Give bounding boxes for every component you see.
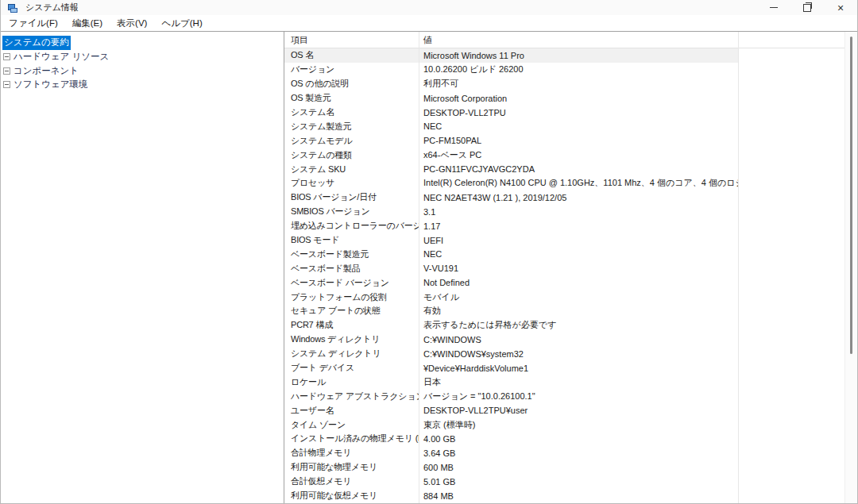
column-divider-item-value: [419, 32, 419, 504]
table-row[interactable]: Windows ディレクトリ C:¥WINDOWS: [284, 333, 738, 347]
row-item-name: ブート デバイス: [284, 362, 419, 374]
row-item-value: PC-GN11FVCJYAVGC2YDA: [419, 164, 738, 174]
row-item-value: 表示するためには昇格が必要です: [419, 319, 738, 331]
expand-collapse-icon[interactable]: [3, 53, 10, 60]
row-item-value: DESKTOP-VLL2TPU¥user: [419, 406, 738, 415]
row-item-value: UEFI: [419, 236, 738, 245]
row-item-name: タイム ゾーン: [284, 419, 419, 431]
row-item-name: システム名: [284, 106, 419, 118]
table-row[interactable]: システムモデル PC-FM150PAL: [284, 133, 738, 148]
column-header-item[interactable]: 項目: [284, 34, 419, 46]
table-row[interactable]: セキュア ブートの状態 有効: [284, 304, 738, 318]
table-row[interactable]: 利用可能な仮想メモリ 884 MB: [284, 489, 738, 503]
column-header-value[interactable]: 値: [419, 34, 432, 46]
table-row[interactable]: OS 製造元 Microsoft Corporation: [284, 91, 738, 106]
row-item-name: ベースボード製品: [284, 263, 419, 275]
table-row[interactable]: ユーザー名 DESKTOP-VLL2TPU¥user: [284, 403, 738, 417]
table-row[interactable]: ベースボード製造元 NEC: [284, 247, 738, 261]
table-row[interactable]: BIOS モード UEFI: [284, 233, 738, 248]
row-item-name: プロセッサ: [284, 177, 419, 189]
row-item-name: セキュア ブートの状態: [284, 305, 419, 317]
tree-item[interactable]: ソフトウェア環境: [1, 78, 284, 92]
table-row[interactable]: タイム ゾーン 東京 (標準時): [284, 417, 738, 432]
table-row[interactable]: 合計仮想メモリ 5.01 GB: [284, 475, 738, 489]
tree-item-label: ソフトウェア環境: [14, 79, 88, 90]
row-item-value: C:¥WINDOWS: [419, 335, 738, 344]
table-row[interactable]: 合計物理メモリ 3.64 GB: [284, 446, 738, 460]
window-title: システム情報: [25, 2, 79, 13]
title-bar: システム情報 ×: [1, 0, 857, 15]
list-header: 項目 値: [284, 32, 857, 48]
expand-collapse-icon[interactable]: [3, 67, 10, 75]
row-item-name: PCR7 構成: [284, 319, 419, 331]
table-row[interactable]: システムの種類 x64-ベース PC: [284, 148, 738, 162]
table-row[interactable]: システム ディレクトリ C:¥WINDOWS¥system32: [284, 347, 738, 361]
minimize-button[interactable]: [757, 0, 790, 15]
table-row[interactable]: インストール済みの物理メモリ (RAM) 4.00 GB: [284, 432, 738, 446]
table-row[interactable]: ベースボード製品 V-VU191: [284, 261, 738, 275]
table-row[interactable]: システム製造元 NEC: [284, 119, 738, 133]
msinfo-app-icon: [7, 2, 18, 13]
expand-collapse-icon[interactable]: [3, 81, 10, 88]
vertical-scrollbar[interactable]: [844, 32, 857, 504]
row-item-name: インストール済みの物理メモリ (RAM): [284, 433, 419, 444]
table-row[interactable]: SMBIOS バージョン 3.1: [284, 205, 738, 219]
scrollbar-thumb[interactable]: [850, 37, 852, 354]
table-row[interactable]: プロセッサ Intel(R) Celeron(R) N4100 CPU @ 1.…: [284, 176, 738, 190]
row-item-value: ¥Device¥HarddiskVolume1: [419, 364, 738, 373]
table-row[interactable]: ブート デバイス ¥Device¥HarddiskVolume1: [284, 361, 738, 375]
row-item-name: 利用可能な仮想メモリ: [284, 490, 419, 502]
row-item-name: Windows ディレクトリ: [284, 333, 419, 345]
table-row[interactable]: ベースボード バージョン Not Defined: [284, 275, 738, 290]
table-row[interactable]: ハードウェア アブストラクション レイヤー バージョン = "10.0.2610…: [284, 389, 738, 403]
restore-icon: [803, 4, 811, 12]
table-row[interactable]: システム SKU PC-GN11FVCJYAVGC2YDA: [284, 162, 738, 176]
table-row[interactable]: BIOS バージョン/日付 NEC N2AET43W (1.21 ), 2019…: [284, 190, 738, 205]
row-item-value: NEC: [419, 249, 738, 259]
row-item-value: NEC: [419, 121, 738, 131]
row-item-name: システム ディレクトリ: [284, 348, 419, 360]
row-item-name: OS 製造元: [284, 92, 419, 104]
row-item-value: Microsoft Windows 11 Pro: [419, 51, 738, 60]
row-item-name: ベースボード バージョン: [284, 277, 419, 289]
row-item-value: x64-ベース PC: [419, 149, 738, 161]
column-divider-value-end: [738, 32, 739, 504]
row-item-value: 有効: [419, 305, 738, 317]
tree-item-system-summary[interactable]: システムの要約: [1, 34, 284, 50]
table-row[interactable]: OS 名 Microsoft Windows 11 Pro: [284, 48, 738, 63]
menu-item[interactable]: ファイル(F): [2, 16, 65, 31]
tree-item[interactable]: ハードウェア リソース: [1, 50, 284, 64]
menu-bar: ファイル(F) 編集(E) 表示(V) ヘルプ(H): [1, 15, 857, 31]
menu-item[interactable]: 編集(E): [65, 16, 110, 31]
menu-item[interactable]: 表示(V): [110, 16, 154, 31]
table-row[interactable]: 埋め込みコントローラーのバージョン 1.17: [284, 219, 738, 233]
system-information-window: システム情報 × ファイル(F) 編集(E) 表示(V) ヘルプ(H) システム…: [0, 0, 858, 504]
table-row[interactable]: ロケール 日本: [284, 375, 738, 389]
table-row[interactable]: プラットフォームの役割 モバイル: [284, 290, 738, 304]
row-item-name: システムの種類: [284, 149, 419, 161]
main-content: システムの要約 ハードウェア リソース コンポーネント ソフトウェア環境 項目 …: [1, 31, 857, 504]
minimize-icon: [770, 7, 778, 8]
row-item-value: 884 MB: [419, 491, 738, 501]
close-button[interactable]: ×: [824, 0, 857, 15]
tree-item[interactable]: コンポーネント: [1, 64, 284, 79]
table-row[interactable]: バージョン 10.0.26200 ビルド 26200: [284, 63, 738, 77]
row-item-name: 合計仮想メモリ: [284, 475, 419, 487]
row-item-value: Microsoft Corporation: [419, 94, 738, 103]
tree-item-label: ハードウェア リソース: [14, 51, 109, 63]
details-rows: OS 名 Microsoft Windows 11 Pro バージョン 10.0…: [284, 48, 857, 504]
maximize-button[interactable]: [790, 0, 824, 15]
row-item-value: 3.64 GB: [419, 448, 738, 458]
close-icon: ×: [837, 2, 844, 13]
table-row[interactable]: 利用可能な物理メモリ 600 MB: [284, 460, 738, 475]
row-item-name: バージョン: [284, 63, 419, 75]
menu-item[interactable]: ヘルプ(H): [154, 16, 209, 31]
row-item-name: OS 名: [284, 49, 419, 61]
table-row[interactable]: OS の他の説明 利用不可: [284, 77, 738, 91]
row-item-value: V-VU191: [419, 264, 738, 273]
table-row[interactable]: PCR7 構成 表示するためには昇格が必要です: [284, 318, 738, 333]
row-item-value: Not Defined: [419, 278, 738, 287]
row-item-name: プラットフォームの役割: [284, 291, 419, 303]
table-row[interactable]: システム名 DESKTOP-VLL2TPU: [284, 106, 738, 120]
row-item-name: BIOS バージョン/日付: [284, 191, 419, 203]
